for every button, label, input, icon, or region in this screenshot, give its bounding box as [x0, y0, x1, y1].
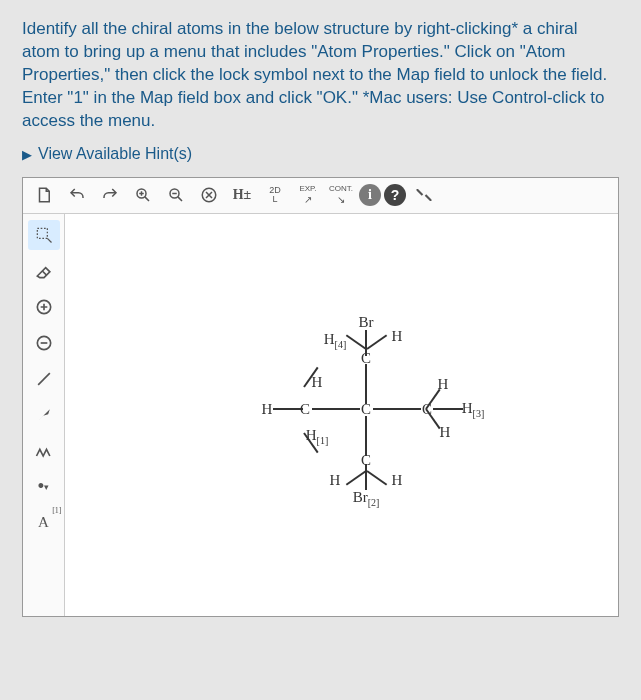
atom-c-mid[interactable]: C [361, 400, 371, 417]
atom-h-right-up[interactable]: H [438, 375, 449, 392]
cont-button[interactable]: CONT. ↘ [326, 181, 356, 209]
exp-label: EXP. [299, 185, 316, 194]
atom-h3-sub: [3] [473, 407, 485, 418]
charge-plus-icon[interactable] [28, 292, 60, 322]
hydrogen-button[interactable]: H± [227, 181, 257, 209]
wedge-bond-icon[interactable] [28, 400, 60, 430]
top-toolbar: H± 2D L EXP. ↗ CONT. ↘ i ? [23, 178, 618, 214]
atom-h1[interactable]: H[1] [306, 426, 329, 445]
zoom-in-icon[interactable] [128, 181, 158, 209]
zoom-out-icon[interactable] [161, 181, 191, 209]
chain-icon[interactable] [28, 436, 60, 466]
bond [346, 334, 367, 349]
atom-h3-h: H [462, 399, 473, 415]
bond [366, 334, 387, 349]
bond [273, 408, 303, 410]
molecule-editor: H± 2D L EXP. ↗ CONT. ↘ i ? [22, 177, 619, 617]
atom-h4-h: H [324, 330, 335, 346]
atom-h1-h: H [306, 426, 317, 442]
two-d-sub: L [272, 195, 277, 204]
atom-h-top-right[interactable]: H [392, 327, 403, 344]
atom-h-right-low[interactable]: H [440, 423, 451, 440]
bond [312, 408, 360, 410]
atom-h-bot-left[interactable]: H [330, 471, 341, 488]
atom-h3[interactable]: H[3] [462, 399, 485, 418]
side-toolbar: •▾ A [1] [23, 214, 65, 616]
instructions-text: Identify all the chiral atoms in the bel… [22, 18, 619, 133]
info-icon[interactable]: i [359, 184, 381, 206]
atom-br-bot-br: Br [353, 488, 368, 504]
atom-br-bot-sub: [2] [368, 496, 380, 507]
undo-icon[interactable] [62, 181, 92, 209]
bond [365, 416, 367, 456]
atom-c-top[interactable]: C [361, 349, 371, 366]
single-bond-icon[interactable] [28, 364, 60, 394]
bond [365, 364, 367, 404]
new-file-icon[interactable] [29, 181, 59, 209]
atom-h-left-up[interactable]: H [312, 373, 323, 390]
eraser-icon[interactable] [28, 256, 60, 286]
bond [433, 408, 463, 410]
cont-label: CONT. [329, 185, 353, 194]
atom-c-bot[interactable]: C [361, 451, 371, 468]
atom-c-left[interactable]: C [300, 400, 310, 417]
atom-map-a: A [38, 514, 49, 531]
selection-tool-icon[interactable] [28, 220, 60, 250]
atom-map-icon[interactable]: A [1] [28, 508, 60, 538]
atom-br-bot[interactable]: Br[2] [353, 488, 380, 507]
delete-icon[interactable] [194, 181, 224, 209]
atom-br-top[interactable]: Br [359, 313, 374, 330]
fullscreen-icon[interactable] [409, 181, 439, 209]
atom-h4[interactable]: H[4] [324, 330, 347, 349]
view-hints-toggle[interactable]: View Available Hint(s) [22, 145, 619, 163]
charge-tool-icon[interactable]: •▾ [28, 472, 60, 502]
atom-h1-sub: [1] [317, 434, 329, 445]
bond [366, 470, 387, 485]
bond [346, 470, 367, 485]
atom-h4-sub: [4] [335, 338, 347, 349]
help-icon[interactable]: ? [384, 184, 406, 206]
atom-h-left[interactable]: H [262, 400, 273, 417]
atom-c-right[interactable]: C [422, 400, 432, 417]
charge-minus-icon[interactable] [28, 328, 60, 358]
bond [373, 408, 421, 410]
drawing-canvas[interactable]: Br H[4] H C H H C C C H H[3] H[1] H [65, 214, 618, 616]
atom-map-sup: [1] [52, 506, 61, 515]
svg-rect-3 [37, 228, 47, 238]
two-d-button[interactable]: 2D L [260, 181, 290, 209]
atom-h-bot-right[interactable]: H [392, 471, 403, 488]
redo-icon[interactable] [95, 181, 125, 209]
exp-button[interactable]: EXP. ↗ [293, 181, 323, 209]
